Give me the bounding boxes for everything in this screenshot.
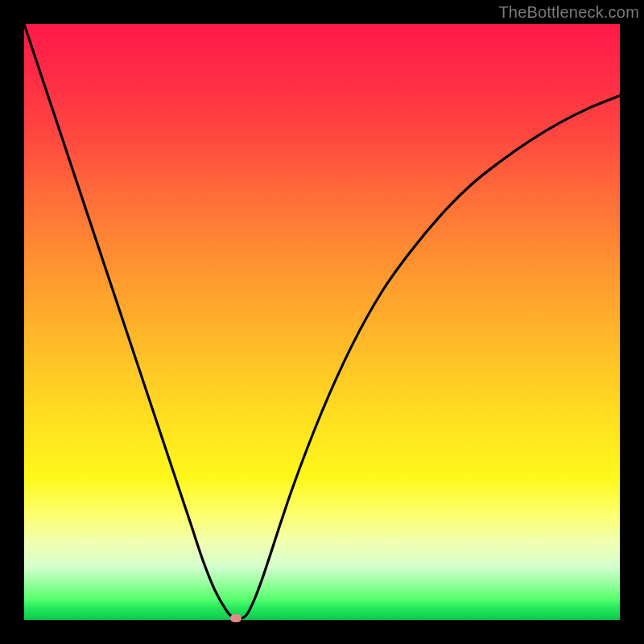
watermark-text: TheBottleneck.com	[498, 3, 639, 22]
chart-frame: TheBottleneck.com	[0, 0, 644, 644]
optimum-marker	[230, 614, 242, 622]
bottleneck-curve	[24, 24, 620, 620]
